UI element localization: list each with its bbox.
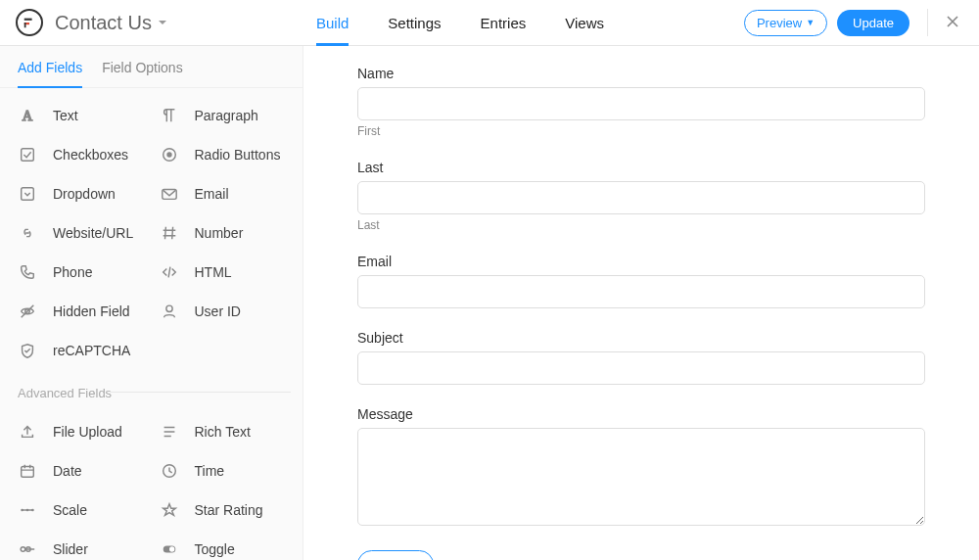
- topnav-tab-entries[interactable]: Entries: [481, 0, 527, 45]
- field-type-date[interactable]: Date: [10, 451, 152, 490]
- submit-row: Submit: [357, 550, 925, 560]
- link-icon: [18, 223, 37, 243]
- preview-button[interactable]: Preview ▼: [744, 10, 827, 36]
- paragraph-icon: [160, 106, 179, 125]
- field-type-hash[interactable]: Number: [152, 213, 294, 253]
- form-sublabel: Last: [357, 218, 925, 232]
- field-type-label: reCAPTCHA: [53, 343, 130, 358]
- form-label: Message: [357, 406, 925, 422]
- field-type-dropdown[interactable]: Dropdown: [10, 174, 152, 213]
- form-input-email[interactable]: [357, 275, 925, 308]
- field-type-label: Date: [53, 463, 82, 479]
- field-type-shield[interactable]: reCAPTCHA: [10, 331, 152, 370]
- form-field-2[interactable]: Email: [357, 254, 925, 308]
- form-sublabel: First: [357, 124, 925, 138]
- field-type-label: Paragraph: [195, 108, 258, 123]
- hash-icon: [160, 223, 179, 243]
- field-type-code[interactable]: HTML: [152, 253, 294, 292]
- chevron-down-icon: ▼: [806, 18, 815, 27]
- svg-point-10: [165, 305, 171, 311]
- field-type-label: Text: [53, 108, 78, 123]
- form-title-dropdown[interactable]: Contact Us: [55, 12, 167, 34]
- field-type-star[interactable]: Star Rating: [152, 490, 294, 530]
- richtext-icon: [160, 422, 179, 442]
- field-type-text[interactable]: AText: [10, 96, 152, 135]
- form-input-last[interactable]: [357, 181, 925, 214]
- field-type-scale[interactable]: Scale: [10, 490, 152, 530]
- field-type-upload[interactable]: File Upload: [10, 412, 152, 451]
- topnav-tab-settings[interactable]: Settings: [388, 0, 441, 45]
- slider-icon: [18, 539, 37, 559]
- field-type-label: File Upload: [53, 424, 122, 440]
- field-type-label: Website/URL: [53, 225, 133, 241]
- field-type-label: Dropdown: [53, 186, 116, 202]
- form-label: Name: [357, 66, 925, 81]
- form-input-message[interactable]: [357, 428, 925, 526]
- text-icon: A: [18, 106, 37, 125]
- field-type-label: Number: [195, 225, 244, 241]
- app-logo[interactable]: [16, 9, 43, 36]
- advanced-fields-grid: File UploadRich TextDateTimeScaleStar Ra…: [0, 404, 303, 560]
- code-icon: [160, 262, 179, 282]
- radio-icon: [160, 145, 179, 164]
- toggle-icon: [160, 539, 179, 559]
- form-input-name[interactable]: [357, 87, 925, 120]
- scale-icon: [18, 500, 37, 520]
- close-icon[interactable]: [942, 9, 963, 37]
- field-type-link[interactable]: Website/URL: [10, 213, 152, 253]
- field-type-label: User ID: [195, 303, 241, 319]
- form-label: Email: [357, 254, 925, 269]
- svg-point-19: [169, 546, 174, 551]
- shield-icon: [18, 341, 37, 360]
- form-field-4[interactable]: Message: [357, 406, 925, 529]
- field-type-label: Time: [195, 463, 225, 479]
- field-type-hidden[interactable]: Hidden Field: [10, 292, 152, 331]
- field-type-radio[interactable]: Radio Buttons: [152, 135, 294, 174]
- topnav-tab-build[interactable]: Build: [316, 0, 349, 45]
- advanced-fields-heading: Advanced Fields: [0, 378, 303, 404]
- svg-rect-4: [22, 149, 34, 162]
- field-type-richtext[interactable]: Rich Text: [152, 412, 294, 451]
- tab-add-fields[interactable]: Add Fields: [18, 46, 82, 87]
- preview-label: Preview: [757, 16, 802, 30]
- date-icon: [18, 461, 37, 481]
- checkbox-icon: [18, 145, 37, 164]
- svg-point-16: [21, 547, 25, 552]
- form-field-1[interactable]: LastLast: [357, 160, 925, 232]
- field-type-toggle[interactable]: Toggle: [152, 530, 294, 560]
- chevron-down-icon: [158, 15, 167, 30]
- field-type-checkbox[interactable]: Checkboxes: [10, 135, 152, 174]
- tab-field-options[interactable]: Field Options: [102, 46, 182, 87]
- svg-rect-2: [24, 23, 26, 27]
- update-button[interactable]: Update: [837, 10, 909, 36]
- field-type-time[interactable]: Time: [152, 451, 294, 490]
- field-type-user[interactable]: User ID: [152, 292, 294, 331]
- topnav-tab-views[interactable]: Views: [565, 0, 604, 45]
- field-type-label: Checkboxes: [53, 147, 128, 163]
- form-label: Last: [357, 160, 925, 175]
- separator: [927, 9, 928, 36]
- svg-text:A: A: [23, 108, 33, 123]
- field-type-slider[interactable]: Slider: [10, 530, 152, 560]
- form-field-3[interactable]: Subject: [357, 330, 925, 385]
- field-type-label: Hidden Field: [53, 303, 130, 319]
- svg-rect-11: [22, 467, 34, 478]
- submit-button[interactable]: Submit: [357, 550, 434, 560]
- form-input-subject[interactable]: [357, 351, 925, 385]
- svg-rect-7: [22, 188, 34, 201]
- field-type-label: HTML: [195, 264, 232, 280]
- field-type-label: Radio Buttons: [195, 147, 281, 163]
- topbar-left: Contact Us: [16, 9, 167, 36]
- time-icon: [160, 461, 179, 481]
- dropdown-icon: [18, 184, 37, 204]
- field-type-paragraph[interactable]: Paragraph: [152, 96, 294, 135]
- field-type-label: Star Rating: [195, 502, 263, 518]
- top-nav: BuildSettingsEntriesViews: [316, 0, 604, 45]
- sidebar: Add Fields Field Options ATextParagraphC…: [0, 46, 303, 560]
- user-icon: [160, 302, 179, 321]
- form-area: NameFirstLastLastEmailSubjectMessage: [357, 66, 925, 529]
- topbar: Contact Us BuildSettingsEntriesViews Pre…: [0, 0, 979, 46]
- form-field-0[interactable]: NameFirst: [357, 66, 925, 138]
- field-type-phone[interactable]: Phone: [10, 253, 152, 292]
- field-type-email[interactable]: Email: [152, 174, 294, 213]
